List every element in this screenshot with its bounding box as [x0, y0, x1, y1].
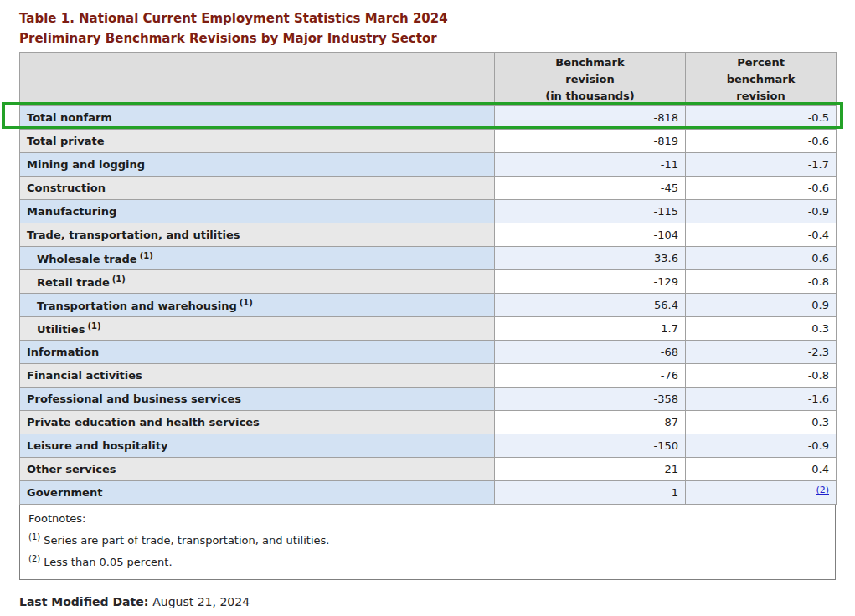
- percent-revision-value: -0.8: [686, 270, 837, 294]
- industry-label: Other services: [20, 458, 495, 481]
- footnote-1-text: Series are part of trade, transportation…: [44, 534, 329, 547]
- footnote-2-text: Less than 0.05 percent.: [44, 557, 172, 569]
- percent-revision-cell: (2): [686, 481, 837, 505]
- percent-revision-value: 0.4: [686, 458, 837, 481]
- industry-label-text: Wholesale trade: [37, 253, 137, 265]
- percent-revision-value: -0.9: [686, 200, 837, 223]
- benchmark-revision-value: -358: [495, 388, 686, 411]
- industry-label-text: Transportation and warehousing: [37, 300, 237, 312]
- header-row: Benchmark revision (in thousands) Percen…: [20, 53, 837, 106]
- footnote-1-marker: (1): [28, 532, 40, 542]
- table-row-professional-and-business-services: Professional and business services -358 …: [20, 388, 837, 411]
- percent-revision-value: 0.9: [686, 294, 837, 317]
- footnote-1-marker: (1): [240, 298, 253, 307]
- industry-label: Total private: [20, 130, 495, 153]
- footnote-1-marker: (1): [87, 321, 100, 331]
- industry-label: Wholesale trade(1): [20, 247, 495, 270]
- table-title-line2: Preliminary Benchmark Revisions by Major…: [19, 28, 448, 49]
- table-row-retail-trade: Retail trade(1) -129 -0.8: [20, 270, 837, 294]
- benchmark-revision-value: -11: [495, 153, 686, 177]
- table-row-private-education-and-health-services: Private education and health services 87…: [20, 411, 837, 434]
- benchmark-revision-value: -45: [495, 177, 686, 200]
- last-modified-label: Last Modified Date:: [19, 595, 148, 608]
- percent-revision-value: -0.6: [686, 177, 837, 200]
- percent-revision-value: -2.3: [686, 341, 837, 364]
- percent-revision-value: -0.6: [686, 247, 837, 270]
- percent-revision-value: -0.5: [686, 106, 837, 130]
- table-row-government: Government 1 (2): [20, 481, 837, 505]
- percent-benchmark-revision-column-header: Percent benchmark revision: [686, 53, 837, 106]
- industry-label-text: Utilities: [37, 323, 85, 336]
- benchmark-revision-value: 1.7: [495, 317, 686, 341]
- industry-label: Total nonfarm: [20, 106, 495, 130]
- benchmark-revision-value: -150: [495, 434, 686, 458]
- last-modified-line: Last Modified Date:August 21, 2024: [19, 595, 250, 608]
- footnote-item-1: (1)Series are part of trade, transportat…: [28, 528, 827, 550]
- percent-revision-value: -0.6: [686, 130, 837, 153]
- benchmark-revision-value: 1: [495, 481, 686, 505]
- industry-label: Government: [20, 481, 495, 505]
- industry-label: Mining and logging: [20, 153, 495, 177]
- table-container: Benchmark revision (in thousands) Percen…: [19, 52, 836, 580]
- percent-revision-value: -1.6: [686, 388, 837, 411]
- footnote-2-marker: (2): [28, 554, 40, 563]
- industry-label: Information: [20, 341, 495, 364]
- industry-label: Transportation and warehousing(1): [20, 294, 495, 317]
- industry-label: Construction: [20, 177, 495, 200]
- industry-label: Financial activities: [20, 364, 495, 388]
- percent-revision-value: -0.9: [686, 434, 837, 458]
- empty-header-cell: [20, 53, 495, 106]
- footnote-1-marker: (1): [140, 251, 153, 260]
- table-row-trade-transportation-utilities: Trade, transportation, and utilities -10…: [20, 223, 837, 247]
- industry-label: Professional and business services: [20, 388, 495, 411]
- table-row-mining-and-logging: Mining and logging -11 -1.7: [20, 153, 837, 177]
- percent-revision-value: 0.3: [686, 411, 837, 434]
- table-row-leisure-and-hospitality: Leisure and hospitality -150 -0.9: [20, 434, 837, 458]
- table-row-other-services: Other services 21 0.4: [20, 458, 837, 481]
- industry-label: Private education and health services: [20, 411, 495, 434]
- benchmark-revision-value: -76: [495, 364, 686, 388]
- footnote-1-marker: (1): [112, 275, 126, 284]
- last-modified-value: August 21, 2024: [152, 595, 250, 608]
- table-row-total-private: Total private -819 -0.6: [20, 130, 837, 153]
- benchmark-revision-value: -104: [495, 223, 686, 247]
- table-title: Table 1. National Current Employment Sta…: [19, 8, 448, 49]
- benchmark-revisions-table: Benchmark revision (in thousands) Percen…: [19, 52, 837, 505]
- industry-label: Trade, transportation, and utilities: [20, 223, 495, 247]
- table-row-construction: Construction -45 -0.6: [20, 177, 837, 200]
- footnotes-heading: Footnotes:: [28, 510, 827, 528]
- table-row-financial-activities: Financial activities -76 -0.8: [20, 364, 837, 388]
- benchmark-revision-value: -819: [495, 130, 686, 153]
- industry-label-text: Retail trade: [37, 276, 110, 289]
- table-row-utilities: Utilities(1) 1.7 0.3: [20, 317, 837, 341]
- table-row-transportation-and-warehousing: Transportation and warehousing(1) 56.4 0…: [20, 294, 837, 317]
- footnote-item-2: (2)Less than 0.05 percent.: [28, 550, 827, 572]
- footnotes-section: Footnotes: (1)Series are part of trade, …: [19, 505, 836, 580]
- benchmark-revision-value: 87: [495, 411, 686, 434]
- industry-label: Manufacturing: [20, 200, 495, 223]
- bls-table-page: Table 1. National Current Employment Sta…: [0, 0, 855, 616]
- industry-label: Retail trade(1): [20, 270, 495, 294]
- table-row-wholesale-trade: Wholesale trade(1) -33.6 -0.6: [20, 247, 837, 270]
- footnote-2-link[interactable]: (2): [816, 485, 829, 495]
- percent-revision-value: -0.8: [686, 364, 837, 388]
- percent-revision-value: -1.7: [686, 153, 837, 177]
- benchmark-revision-value: 56.4: [495, 294, 686, 317]
- benchmark-revision-value: -818: [495, 106, 686, 130]
- benchmark-revision-value: -33.6: [495, 247, 686, 270]
- benchmark-revision-column-header: Benchmark revision (in thousands): [495, 53, 686, 106]
- table-title-line1: Table 1. National Current Employment Sta…: [19, 8, 448, 28]
- table-row-information: Information -68 -2.3: [20, 341, 837, 364]
- benchmark-revision-value: -68: [495, 341, 686, 364]
- percent-revision-value: 0.3: [686, 317, 837, 341]
- benchmark-revision-value: -115: [495, 200, 686, 223]
- table-row-total-nonfarm: Total nonfarm -818 -0.5: [20, 106, 837, 130]
- industry-label: Leisure and hospitality: [20, 434, 495, 458]
- benchmark-revision-value: 21: [495, 458, 686, 481]
- industry-label: Utilities(1): [20, 317, 495, 341]
- percent-revision-value: -0.4: [686, 223, 837, 247]
- benchmark-revision-value: -129: [495, 270, 686, 294]
- table-row-manufacturing: Manufacturing -115 -0.9: [20, 200, 837, 223]
